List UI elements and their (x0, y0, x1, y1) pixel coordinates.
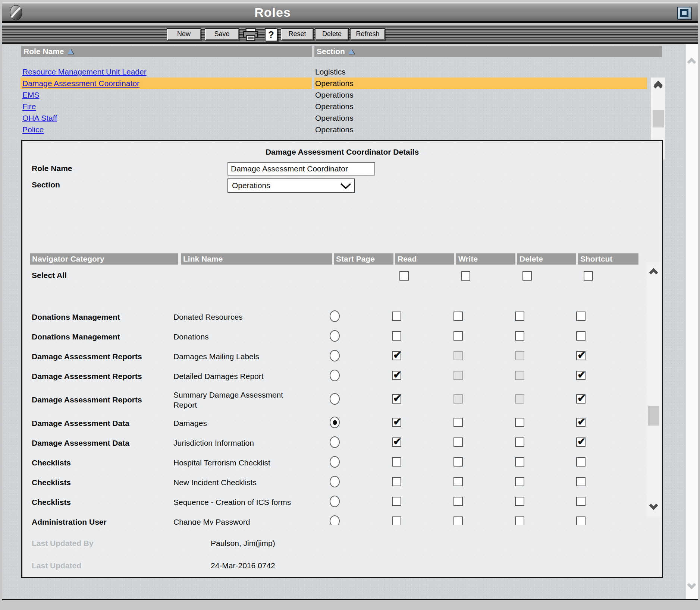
delete-checkbox[interactable] (515, 497, 524, 506)
write-checkbox[interactable] (453, 437, 463, 447)
start-page-radio[interactable] (330, 436, 340, 448)
read-checkbox[interactable] (392, 477, 401, 486)
select-all-write-checkbox[interactable] (461, 271, 470, 281)
shortcut-checkbox[interactable] (576, 351, 586, 360)
read-checkbox[interactable] (392, 516, 401, 525)
section-label: Section (32, 180, 60, 189)
role-name-link[interactable]: Resource Management Unit Leader (22, 67, 147, 76)
role-name-link[interactable]: Fire (22, 102, 36, 111)
read-checkbox[interactable] (392, 497, 401, 506)
reset-button[interactable]: Reset (281, 28, 314, 40)
role-name-link[interactable]: OHA Staff (22, 114, 57, 123)
delete-checkbox[interactable] (515, 394, 524, 404)
start-page-radio[interactable] (330, 515, 340, 525)
shortcut-checkbox[interactable] (576, 516, 586, 525)
write-checkbox[interactable] (453, 371, 463, 380)
select-all-shortcut-checkbox[interactable] (584, 271, 593, 281)
help-icon[interactable]: ? (263, 28, 279, 42)
dropdown-chevron-icon (340, 183, 351, 189)
delete-checkbox[interactable] (515, 477, 524, 486)
role-name-link[interactable]: EMS (22, 91, 40, 99)
delete-checkbox[interactable] (515, 351, 524, 360)
roles-table-row[interactable]: EMS Operations (2, 89, 650, 101)
shortcut-checkbox[interactable] (576, 497, 586, 506)
write-checkbox[interactable] (453, 516, 463, 525)
write-checkbox[interactable] (453, 497, 463, 506)
shortcut-checkbox[interactable] (576, 394, 586, 404)
delete-checkbox[interactable] (515, 437, 524, 447)
scroll-up-icon[interactable] (687, 57, 696, 66)
shortcut-checkbox[interactable] (576, 418, 586, 427)
read-checkbox[interactable] (392, 457, 401, 467)
shortcut-checkbox[interactable] (576, 437, 586, 447)
write-checkbox[interactable] (453, 394, 463, 404)
role-name-link[interactable]: Damage Assessment Coordinator (22, 79, 139, 88)
page-scrollbar[interactable] (685, 44, 698, 599)
scroll-up-icon[interactable] (649, 268, 658, 277)
roles-list: Resource Management Unit Leader Logistic… (2, 66, 650, 135)
read-checkbox[interactable] (392, 437, 401, 447)
start-page-radio[interactable] (330, 330, 340, 342)
write-checkbox[interactable] (453, 331, 463, 341)
read-checkbox[interactable] (392, 371, 401, 380)
link-name-cell: New Incident Checklists (173, 477, 326, 487)
roles-table-row[interactable]: Police Operations (2, 124, 650, 135)
permission-row: Damage Assessment Data Damages (22, 413, 643, 433)
role-name-input[interactable] (227, 162, 375, 176)
start-page-radio[interactable] (330, 350, 340, 361)
delete-checkbox[interactable] (515, 516, 524, 525)
save-button[interactable]: Save (205, 28, 239, 40)
navigator-category-header: Navigator Category (30, 253, 178, 265)
delete-checkbox[interactable] (515, 371, 524, 380)
scrollbar-thumb[interactable] (648, 406, 659, 426)
section-column-header[interactable]: Section (314, 46, 662, 57)
write-checkbox[interactable] (453, 457, 463, 467)
maximize-icon[interactable] (677, 7, 691, 19)
scrollbar-thumb[interactable] (653, 110, 664, 127)
delete-checkbox[interactable] (515, 331, 524, 341)
select-all-delete-checkbox[interactable] (522, 271, 532, 281)
delete-button[interactable]: Delete (315, 28, 349, 40)
write-checkbox[interactable] (453, 351, 463, 360)
select-all-read-checkbox[interactable] (399, 271, 409, 281)
new-button[interactable]: New (167, 28, 201, 40)
start-page-radio[interactable] (330, 456, 340, 468)
roles-table-row[interactable]: OHA Staff Operations (2, 112, 650, 124)
scroll-down-icon[interactable] (687, 580, 696, 589)
scroll-down-icon[interactable] (649, 501, 658, 510)
read-checkbox[interactable] (392, 351, 401, 360)
roles-table-row[interactable]: Damage Assessment Coordinator Operations (2, 78, 650, 89)
start-page-radio[interactable] (330, 370, 340, 381)
shortcut-checkbox[interactable] (576, 331, 586, 341)
refresh-button[interactable]: Refresh (350, 28, 385, 40)
shortcut-checkbox[interactable] (576, 312, 586, 321)
read-checkbox[interactable] (392, 312, 401, 321)
roles-table-row[interactable]: Fire Operations (2, 101, 650, 112)
start-page-radio[interactable] (330, 393, 340, 405)
start-page-radio[interactable] (330, 496, 340, 507)
read-checkbox[interactable] (392, 331, 401, 341)
write-checkbox[interactable] (453, 312, 463, 321)
roles-table-row[interactable]: Resource Management Unit Leader Logistic… (2, 66, 650, 78)
shortcut-checkbox[interactable] (576, 371, 586, 380)
read-checkbox[interactable] (392, 418, 401, 427)
delete-checkbox[interactable] (515, 457, 524, 467)
start-page-radio[interactable] (330, 476, 340, 487)
shortcut-checkbox[interactable] (576, 457, 586, 467)
link-name-cell: Sequence - Creation of ICS forms (173, 497, 326, 507)
window-bottom-edge (2, 599, 698, 600)
permissions-scrollbar[interactable] (647, 263, 661, 516)
delete-checkbox[interactable] (515, 418, 524, 427)
role-name-link[interactable]: Police (22, 125, 44, 134)
start-page-radio[interactable] (330, 417, 340, 428)
read-checkbox[interactable] (392, 394, 401, 404)
delete-checkbox[interactable] (515, 312, 524, 321)
navigator-category-cell: Administration User (22, 518, 173, 525)
section-select[interactable]: Operations (227, 178, 355, 193)
print-icon[interactable] (241, 28, 261, 42)
start-page-radio[interactable] (330, 310, 340, 322)
role-name-column-header[interactable]: Role Name (21, 46, 312, 57)
write-checkbox[interactable] (453, 477, 463, 486)
shortcut-checkbox[interactable] (576, 477, 586, 486)
write-checkbox[interactable] (453, 418, 463, 427)
